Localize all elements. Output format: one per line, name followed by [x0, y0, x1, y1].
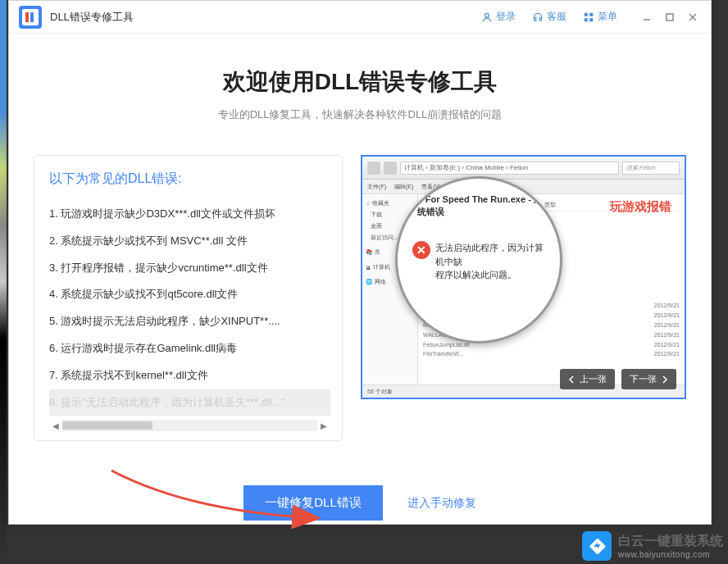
svg-rect-3	[585, 18, 588, 21]
horizontal-scrollbar[interactable]: ◀ ▶	[49, 417, 330, 434]
close-icon	[688, 12, 698, 22]
minimize-button[interactable]	[635, 6, 658, 29]
menu-button[interactable]: 菜单	[575, 5, 626, 29]
carousel-next-button[interactable]: 下一张	[621, 369, 676, 389]
scroll-track[interactable]	[62, 420, 317, 431]
chevron-left-icon	[568, 375, 576, 384]
watermark-title: 白云一键重装系统	[618, 533, 723, 550]
pointer-arrow	[107, 503, 321, 544]
watermark-logo	[582, 531, 612, 561]
svg-rect-2	[589, 12, 593, 16]
error-text-line1: 无法启动此程序，因为计算机中缺	[435, 241, 550, 268]
grid-icon	[583, 11, 594, 23]
headset-icon	[532, 11, 544, 23]
login-button[interactable]: 登录	[473, 5, 524, 29]
scroll-thumb[interactable]	[62, 421, 152, 430]
support-button[interactable]: 客服	[524, 5, 575, 29]
content-area: 欢迎使用DLL错误专修工具 专业的DLL修复工具，快速解决各种软件DLL崩溃报错…	[9, 34, 711, 537]
action-row: 一键修复DLL错误 进入手动修复	[34, 485, 686, 521]
watermark: 白云一键重装系统 www.baiyunxitong.com	[582, 531, 723, 561]
login-label: 登录	[496, 10, 516, 24]
list-item: 7. 系统提示找不到kernel**.dll文件	[49, 362, 330, 389]
maximize-button[interactable]	[658, 6, 681, 29]
app-title: DLL错误专修工具	[50, 10, 134, 25]
svg-rect-1	[585, 12, 588, 16]
support-label: 客服	[547, 10, 566, 24]
svg-rect-4	[589, 18, 593, 21]
watermark-url: www.baiyunxitong.com	[618, 550, 723, 559]
svg-point-0	[485, 13, 489, 17]
page-subtitle: 专业的DLL修复工具，快速解决各种软件DLL崩溃报错的问题	[34, 107, 686, 122]
screenshot-preview-panel: 计算机 › 新加卷(E:) › China Mobile › Fetion 搜索…	[361, 155, 686, 399]
list-item: 1. 玩游戏时提示缺少D3DX***.dll文件或文件损坏	[49, 201, 330, 228]
carousel-next-label: 下一张	[630, 373, 657, 385]
list-item: 3. 打开程序报错，提示缺少vcruntime**.dll文件	[49, 255, 330, 282]
mock-breadcrumb: 计算机 › 新加卷(E:) › China Mobile › Fetion	[400, 161, 619, 175]
maximize-icon	[665, 12, 675, 22]
list-item: 4. 系统提示缺少或找不到qt5core.dll文件	[49, 281, 330, 308]
carousel-prev-label: 上一张	[580, 373, 607, 385]
carousel-prev-button[interactable]: 上一张	[560, 369, 615, 389]
close-button[interactable]	[681, 6, 704, 29]
mock-search-box: 搜索 Fetion	[622, 161, 680, 175]
main-window: DLL错误专修工具 登录 客服 菜单 欢迎使用DLL错误专修工具 专业的DLL修…	[8, 0, 712, 525]
scroll-right-arrow[interactable]: ▶	[317, 419, 330, 432]
menu-label: 菜单	[598, 10, 617, 24]
list-item: 2. 系统提示缺少或找不到 MSVC**.dll 文件	[49, 228, 330, 255]
common-errors-title: 以下为常见的DLL错误:	[49, 171, 330, 188]
list-item: 6. 运行游戏时提示存在Gamelink.dll病毒	[49, 335, 330, 362]
error-icon: ✕	[412, 241, 430, 259]
game-error-label: 玩游戏报错	[610, 199, 671, 215]
user-icon	[481, 11, 493, 23]
error-dialog-title: d For Speed The Run.exe - 系统错误	[409, 193, 550, 218]
app-icon	[19, 6, 42, 29]
minimize-icon	[642, 12, 652, 22]
list-item: 5. 游戏时提示无法启动此程序，缺少XINPUT**....	[49, 308, 330, 335]
error-text-line2: 程序以解决此问题。	[435, 268, 550, 282]
page-title: 欢迎使用DLL错误专修工具	[34, 66, 686, 98]
common-errors-panel: 以下为常见的DLL错误: 1. 玩游戏时提示缺少D3DX***.dll文件或文件…	[34, 155, 343, 441]
titlebar: DLL错误专修工具 登录 客服 菜单	[9, 1, 711, 34]
error-list: 1. 玩游戏时提示缺少D3DX***.dll文件或文件损坏 2. 系统提示缺少或…	[49, 201, 330, 416]
chevron-right-icon	[660, 375, 668, 384]
scroll-left-arrow[interactable]: ◀	[49, 419, 62, 432]
manual-fix-link[interactable]: 进入手动修复	[407, 496, 476, 511]
desktop-taskbar-strip	[0, 0, 7, 564]
svg-rect-6	[667, 14, 673, 20]
magnifier-overlay: d For Speed The Run.exe - 系统错误 ✕ 无法启动此程序…	[395, 176, 562, 343]
list-item: 8. 提示"无法启动此程序，因为计算机丢失***.dll..."	[49, 389, 330, 416]
